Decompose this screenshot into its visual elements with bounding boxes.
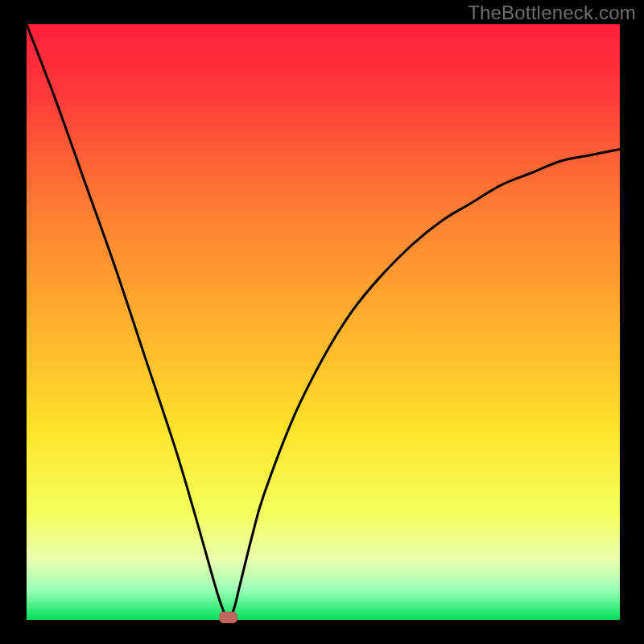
plot-background [27, 24, 620, 620]
minimum-marker [220, 612, 237, 623]
watermark-text: TheBottleneck.com [468, 2, 636, 24]
chart-frame: TheBottleneck.com [0, 0, 644, 644]
bottleneck-chart [0, 0, 644, 644]
